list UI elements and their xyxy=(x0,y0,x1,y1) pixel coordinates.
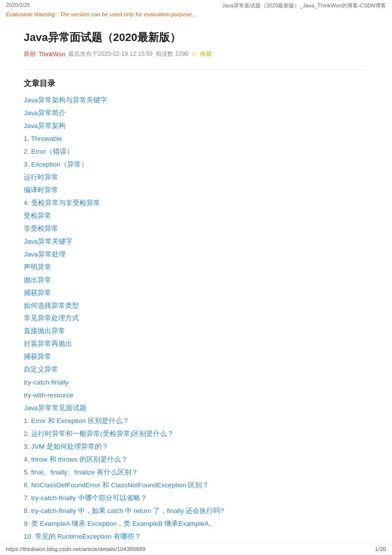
toc-link[interactable]: 10. 常见的 RuntimeException 有哪些？ xyxy=(24,533,141,540)
toc-item: 编译时异常 xyxy=(24,184,368,197)
toc-item: Java异常架构 xyxy=(24,120,368,132)
fav-link[interactable]: 收藏 xyxy=(200,50,212,58)
toc-item: 10. 常见的 RuntimeException 有哪些？ xyxy=(24,530,368,543)
top-bar-date: 2020/2/25 xyxy=(6,2,30,9)
top-bar: 2020/2/25 Java异常面试题（2020最新版）_Java_ThinkW… xyxy=(0,0,392,10)
toc-link[interactable]: 直接抛出异常 xyxy=(24,327,65,335)
footer-bar: https://thinkwon.blog.csdn.net/article/d… xyxy=(0,543,392,555)
toc-link[interactable]: Java异常关键字 xyxy=(24,238,73,245)
toc-item: Java异常简介 xyxy=(24,107,368,120)
toc-item: 1. Throwable xyxy=(24,132,368,145)
toc-item: 4. 受检异常与非受检异常 xyxy=(24,197,368,210)
toc-link[interactable]: 抛出异常 xyxy=(24,276,51,284)
toc-item: Java异常处理 xyxy=(24,248,368,261)
origin-label: 原创 xyxy=(24,50,36,58)
toc-item: 3. JVM 是如何处理异常的？ xyxy=(24,440,368,453)
toc-link[interactable]: 常见异常处理方式 xyxy=(24,314,79,322)
toc-item: 9. 类 ExampleA 继承 Exception，类 ExampleB 继承… xyxy=(24,517,368,530)
toc-item: 抛出异常 xyxy=(24,274,368,287)
toc-item: 如何选择异常类型 xyxy=(24,299,368,312)
toc-item: 2. 运行时异常和一般异常(受检异常)区别是什么？ xyxy=(24,427,368,440)
article-meta: 原创 ThinkWon 最后发布于2020-02-19 12:15:59 阅读数… xyxy=(24,50,368,58)
toc-item: 6. NoClassDefFoundError 和 ClassNotFoundE… xyxy=(24,479,368,492)
toc-item: try-catch-finally xyxy=(24,376,368,389)
toc-link[interactable]: 运行时异常 xyxy=(24,173,58,181)
top-bar-title: Java异常面试题（2020最新版）_Java_ThinkWon的博客-CSDN… xyxy=(222,2,386,9)
author-link[interactable]: ThinkWon xyxy=(39,51,65,58)
toc-link[interactable]: Java异常处理 xyxy=(24,251,66,258)
toc-item: Java异常常见面试题 xyxy=(24,402,368,415)
toc-link[interactable]: 3. JVM 是如何处理异常的？ xyxy=(24,443,109,450)
footer-page: 1/20 xyxy=(375,546,386,552)
toc-link[interactable]: 1. Throwable xyxy=(24,135,62,142)
fav-star-icon: ☆ xyxy=(191,50,197,58)
toc-link[interactable]: Java异常架构 xyxy=(24,122,66,129)
toc-item: 4. throw 和 throws 的区别是什么？ xyxy=(24,453,368,466)
toc-link[interactable]: 8. try-catch-finally 中，如果 catch 中 return… xyxy=(24,507,224,514)
toc-link[interactable]: 捕获异常 xyxy=(24,289,51,297)
toc-link[interactable]: 4. throw 和 throws 的区别是什么？ xyxy=(24,456,128,463)
toc-link[interactable]: 2. 运行时异常和一般异常(受检异常)区别是什么？ xyxy=(24,430,174,437)
toc-item: 常见异常处理方式 xyxy=(24,312,368,325)
toc-item: 捕获异常 xyxy=(24,350,368,363)
toc-link[interactable]: 非受检异常 xyxy=(24,225,58,232)
toc-link[interactable]: Java异常简介 xyxy=(24,109,66,117)
toc-item: 3. Exception（异常） xyxy=(24,158,368,171)
toc-link[interactable]: Java异常架构与异常关键字 xyxy=(24,96,107,104)
toc-link[interactable]: 9. 类 ExampleA 继承 Exception，类 ExampleB 继承… xyxy=(24,520,216,527)
toc-link[interactable]: try-catch-finally xyxy=(24,379,69,386)
toc-link[interactable]: 2. Error（错误） xyxy=(24,148,74,155)
toc-item: try-with-resource xyxy=(24,389,368,402)
toc-link[interactable]: 如何选择异常类型 xyxy=(24,302,79,309)
toc-item: 自定义异常 xyxy=(24,363,368,376)
toc-link[interactable]: 4. 受检异常与非受检异常 xyxy=(24,199,100,207)
toc-item: 2. Error（错误） xyxy=(24,145,368,158)
toc-item: 1. Error 和 Exception 区别是什么？ xyxy=(24,415,368,427)
toc-item: 非受检异常 xyxy=(24,222,368,235)
toc-link[interactable]: 6. NoClassDefFoundError 和 ClassNotFoundE… xyxy=(24,481,209,489)
toc-link[interactable]: try-with-resource xyxy=(24,391,74,399)
toc-link[interactable]: 编译时异常 xyxy=(24,186,58,194)
toc-link[interactable]: 3. Exception（异常） xyxy=(24,161,88,168)
toc-item: 运行时异常 xyxy=(24,171,368,184)
toc-link[interactable]: 封装异常再抛出 xyxy=(24,340,72,347)
toc-item: Java异常关键字 xyxy=(24,235,368,248)
toc-link[interactable]: 受检异常 xyxy=(24,212,51,219)
date-label: 最后发布于2020-02-19 12:15:59 xyxy=(68,50,153,58)
toc-item: 捕获异常 xyxy=(24,287,368,299)
toc-item: 7. try-catch-finally 中哪个部分可以省略？ xyxy=(24,492,368,505)
toc-item: 直接抛出异常 xyxy=(24,325,368,338)
toc-item: 封装异常再抛出 xyxy=(24,338,368,350)
toc-item: Java异常架构与异常关键字 xyxy=(24,94,368,107)
toc-list: Java异常架构与异常关键字Java异常简介Java异常架构1. Throwab… xyxy=(24,94,368,555)
toc-link[interactable]: Java异常常见面试题 xyxy=(24,404,86,412)
toc-link[interactable]: 1. Error 和 Exception 区别是什么？ xyxy=(24,417,129,425)
main-content: Java异常面试题（2020最新版） 原创 ThinkWon 最后发布于2020… xyxy=(0,20,392,555)
footer-url: https://thinkwon.blog.csdn.net/article/d… xyxy=(6,546,146,552)
article-title: Java异常面试题（2020最新版） xyxy=(24,30,368,45)
toc-link[interactable]: 声明异常 xyxy=(24,263,51,271)
toc-item: 5. final、finally、finalize 有什么区别？ xyxy=(24,466,368,479)
eval-warning: Evaluation Warning : The version can be … xyxy=(0,10,392,20)
toc-title: 文章目录 xyxy=(24,79,368,89)
toc-link[interactable]: 5. final、finally、finalize 有什么区别？ xyxy=(24,469,138,476)
toc-link[interactable]: 捕获异常 xyxy=(24,353,51,360)
toc-item: 8. try-catch-finally 中，如果 catch 中 return… xyxy=(24,505,368,517)
toc-link[interactable]: 7. try-catch-finally 中哪个部分可以省略？ xyxy=(24,494,147,502)
toc-item: 受检异常 xyxy=(24,210,368,222)
read-label: 阅读数 1090 xyxy=(156,50,188,58)
toc-link[interactable]: 自定义异常 xyxy=(24,366,58,373)
divider xyxy=(24,69,368,70)
toc-item: 声明异常 xyxy=(24,261,368,274)
